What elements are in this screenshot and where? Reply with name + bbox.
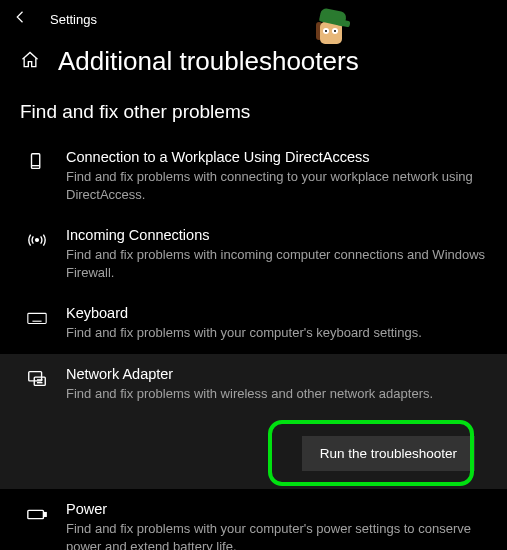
item-desc: Find and fix problems with incoming comp… xyxy=(66,246,487,281)
svg-rect-20 xyxy=(44,513,46,517)
item-title: Network Adapter xyxy=(66,366,487,382)
svg-point-2 xyxy=(36,239,39,242)
troubleshooter-keyboard[interactable]: Keyboard Find and fix problems with your… xyxy=(0,293,507,354)
titlebar: Settings xyxy=(0,0,507,38)
keyboard-icon xyxy=(24,305,50,342)
battery-icon xyxy=(24,501,50,550)
troubleshooter-network-adapter[interactable]: Network Adapter Find and fix problems wi… xyxy=(0,354,507,490)
svg-rect-19 xyxy=(28,511,44,519)
signal-icon xyxy=(24,227,50,281)
item-desc: Find and fix problems with your computer… xyxy=(66,520,487,550)
titlebar-label: Settings xyxy=(50,12,97,27)
home-icon[interactable] xyxy=(20,50,40,74)
svg-rect-3 xyxy=(28,314,46,324)
troubleshooter-directaccess[interactable]: Connection to a Workplace Using DirectAc… xyxy=(0,137,507,215)
item-desc: Find and fix problems with wireless and … xyxy=(66,385,487,403)
monitor-icon xyxy=(24,149,50,203)
troubleshooter-power[interactable]: Power Find and fix problems with your co… xyxy=(0,489,507,550)
back-icon[interactable] xyxy=(12,8,30,30)
item-title: Incoming Connections xyxy=(66,227,487,243)
network-adapter-icon xyxy=(24,366,50,403)
avatar xyxy=(310,12,348,50)
run-troubleshooter-button[interactable]: Run the troubleshooter xyxy=(302,436,475,471)
page-title: Additional troubleshooters xyxy=(58,46,359,77)
page-header: Additional troubleshooters xyxy=(0,38,507,95)
section-title: Find and fix other problems xyxy=(0,95,507,137)
item-desc: Find and fix problems with connecting to… xyxy=(66,168,487,203)
item-title: Connection to a Workplace Using DirectAc… xyxy=(66,149,487,165)
item-title: Power xyxy=(66,501,487,517)
item-title: Keyboard xyxy=(66,305,487,321)
item-desc: Find and fix problems with your computer… xyxy=(66,324,487,342)
troubleshooter-incoming[interactable]: Incoming Connections Find and fix proble… xyxy=(0,215,507,293)
